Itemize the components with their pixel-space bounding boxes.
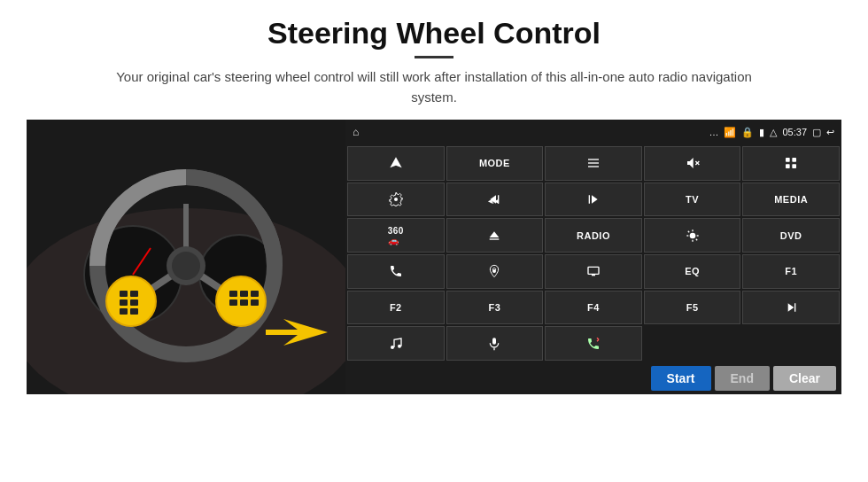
btn-360cam[interactable]: 360🚗 (347, 218, 445, 253)
wifi-icon2: 📶 (724, 127, 736, 138)
svg-rect-16 (130, 299, 138, 306)
content-area: ⌂ … 📶 🔒 ▮ △ 05:37 ▢ ↩ (27, 120, 841, 394)
svg-rect-20 (240, 291, 248, 297)
btn-phone[interactable] (347, 254, 445, 289)
svg-rect-15 (120, 299, 128, 306)
svg-point-46 (689, 232, 695, 238)
status-bar-left: ⌂ (353, 126, 359, 138)
svg-marker-27 (390, 158, 401, 168)
svg-rect-13 (120, 291, 128, 297)
svg-rect-54 (588, 268, 599, 275)
status-bar: ⌂ … 📶 🔒 ▮ △ 05:37 ▢ ↩ (345, 120, 841, 144)
btn-music[interactable] (347, 326, 445, 361)
svg-rect-26 (266, 330, 301, 335)
svg-text:◀|◀: ◀|◀ (487, 198, 499, 204)
btn-empty2 (742, 326, 840, 361)
btn-mic[interactable] (446, 326, 544, 361)
btn-call[interactable] (545, 326, 642, 361)
svg-line-50 (695, 238, 696, 239)
page-container: Steering Wheel Control Your original car… (0, 0, 868, 482)
btn-playpause[interactable] (742, 291, 840, 325)
button-grid: MODE ◀|◀ (345, 144, 841, 362)
bluetooth-icon: △ (770, 127, 777, 138)
title-divider (415, 56, 453, 58)
btn-empty1 (644, 326, 741, 361)
svg-marker-44 (490, 231, 500, 237)
btn-media[interactable]: MEDIA (742, 183, 840, 217)
svg-rect-18 (130, 308, 138, 315)
svg-marker-57 (788, 303, 794, 311)
page-subtitle: Your original car's steering wheel contr… (115, 67, 753, 107)
btn-brightness[interactable] (644, 218, 741, 253)
svg-point-38 (394, 198, 398, 201)
steering-wheel-image (27, 120, 345, 394)
svg-rect-22 (229, 299, 237, 306)
btn-radio[interactable]: RADIO (545, 218, 642, 253)
btn-screen[interactable] (545, 254, 642, 289)
home-icon: ⌂ (353, 126, 359, 138)
btn-f3[interactable]: F3 (446, 291, 544, 325)
btn-f1[interactable]: F1 (742, 254, 840, 289)
svg-rect-23 (240, 299, 248, 306)
btn-eq[interactable]: EQ (644, 254, 741, 289)
svg-rect-61 (492, 338, 496, 344)
svg-line-49 (687, 230, 688, 231)
svg-rect-17 (120, 308, 128, 315)
btn-gps[interactable] (446, 254, 544, 289)
btn-list[interactable] (545, 146, 642, 181)
wifi-icon: … (709, 127, 718, 137)
btn-f4[interactable]: F4 (545, 291, 642, 325)
btn-settings[interactable] (347, 183, 445, 217)
btn-apps[interactable] (742, 146, 840, 181)
svg-rect-24 (251, 299, 259, 306)
svg-rect-19 (229, 291, 237, 297)
lock-icon: 🔒 (741, 127, 754, 138)
btn-navigate[interactable] (347, 146, 445, 181)
end-button[interactable]: End (715, 366, 770, 391)
control-panel: ⌂ … 📶 🔒 ▮ △ 05:37 ▢ ↩ (345, 120, 841, 394)
svg-point-60 (398, 344, 401, 347)
svg-rect-30 (588, 167, 599, 167)
sim-icon: ▮ (759, 127, 764, 138)
back-icon: ↩ (826, 127, 834, 138)
svg-marker-31 (687, 158, 694, 168)
window-icon: ▢ (812, 127, 821, 138)
btn-mute[interactable] (644, 146, 741, 181)
btn-f5[interactable]: F5 (644, 291, 741, 325)
svg-rect-35 (793, 158, 797, 162)
page-title: Steering Wheel Control (267, 16, 601, 51)
svg-rect-34 (786, 158, 790, 162)
btn-eject[interactable] (446, 218, 544, 253)
btn-next[interactable] (545, 183, 642, 217)
svg-rect-45 (490, 238, 500, 239)
btn-prev[interactable]: ◀|◀ (446, 183, 544, 217)
svg-rect-21 (251, 291, 259, 297)
svg-rect-28 (588, 159, 599, 160)
svg-marker-42 (592, 195, 598, 203)
clear-button[interactable]: Clear (773, 366, 836, 391)
svg-point-59 (391, 346, 394, 349)
btn-mode[interactable]: MODE (446, 146, 544, 181)
status-bar-right: … 📶 🔒 ▮ △ 05:37 ▢ ↩ (709, 127, 834, 138)
svg-point-10 (172, 252, 200, 280)
btn-f2[interactable]: F2 (347, 291, 445, 325)
start-button[interactable]: Start (651, 366, 711, 391)
action-bar: Start End Clear (345, 362, 841, 394)
svg-rect-36 (786, 165, 790, 169)
time-display: 05:37 (782, 127, 807, 137)
btn-dvd[interactable]: DVD (742, 218, 840, 253)
btn-tv[interactable]: TV (644, 183, 741, 217)
svg-rect-29 (588, 163, 599, 164)
svg-rect-14 (130, 291, 138, 297)
svg-rect-37 (793, 165, 797, 169)
